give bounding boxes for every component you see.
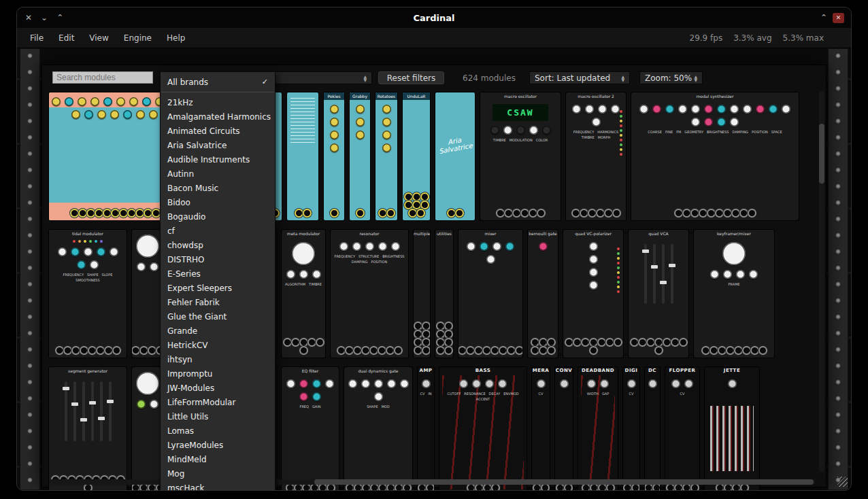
knob[interactable] [728, 379, 737, 388]
jack-port[interactable] [476, 485, 482, 491]
slider[interactable] [91, 381, 94, 441]
jack-port[interactable] [415, 323, 421, 329]
knob[interactable] [129, 97, 138, 106]
knob[interactable] [730, 118, 739, 126]
jack-port[interactable] [423, 339, 429, 345]
knob[interactable] [90, 260, 99, 269]
jack-port[interactable] [418, 210, 424, 216]
jack-port[interactable] [607, 485, 614, 491]
knob[interactable] [585, 105, 594, 114]
jack-port[interactable] [137, 210, 143, 216]
knob[interactable] [84, 247, 93, 256]
jack-port[interactable] [648, 339, 654, 345]
knob[interactable] [116, 97, 125, 106]
jack-port[interactable] [331, 210, 337, 216]
jack-port[interactable] [388, 485, 394, 491]
jack-port[interactable] [749, 210, 755, 216]
big-knob[interactable] [136, 372, 159, 395]
jack-port[interactable] [415, 331, 421, 337]
slider-thumb[interactable] [63, 387, 69, 390]
jack-port[interactable] [371, 485, 378, 491]
jack-port[interactable] [320, 485, 326, 491]
brand-menu-item[interactable]: Little Utils [161, 409, 275, 424]
knob[interactable] [485, 379, 494, 388]
knob[interactable] [782, 105, 790, 114]
window-resize-grip[interactable] [837, 477, 848, 487]
knob[interactable] [374, 379, 383, 388]
brand-menu-item[interactable]: Grande [161, 324, 275, 338]
knob[interactable] [365, 242, 374, 251]
jack-port[interactable] [631, 339, 637, 345]
jack-port[interactable] [692, 210, 698, 216]
jack-port[interactable] [80, 210, 86, 216]
jack-port[interactable] [303, 485, 310, 491]
jack-port[interactable] [141, 347, 147, 354]
knob[interactable] [299, 270, 308, 279]
jack-port[interactable] [415, 347, 421, 354]
brand-menu-item[interactable]: mscHack [161, 481, 275, 491]
menubar-item-help[interactable]: Help [159, 28, 193, 48]
knob[interactable] [611, 105, 620, 114]
knob[interactable] [400, 379, 409, 388]
brand-menu-item[interactable]: Animated Circuits [161, 124, 275, 138]
jack-port[interactable] [355, 485, 361, 491]
jack-port[interactable] [500, 347, 506, 354]
jack-port[interactable] [410, 210, 416, 216]
jack-port[interactable] [312, 485, 318, 491]
knob[interactable] [286, 379, 295, 388]
knob[interactable] [312, 270, 321, 279]
rollup-icon[interactable]: ⌃ [820, 13, 827, 22]
knob[interactable] [704, 105, 713, 114]
knob[interactable] [600, 379, 609, 388]
slider[interactable] [73, 381, 76, 441]
jack-port[interactable] [437, 323, 444, 329]
jack-port[interactable] [505, 210, 512, 216]
jack-port[interactable] [672, 339, 678, 345]
brand-menu-item[interactable]: Expert Sleepers [161, 281, 275, 295]
jack-port[interactable] [565, 485, 571, 491]
knob[interactable] [330, 105, 339, 114]
jack-port[interactable] [437, 331, 444, 337]
knob[interactable] [592, 118, 601, 126]
jack-port[interactable] [540, 339, 546, 345]
module-tile-keyframer-mixer[interactable]: keyframer/mixerFRAME [694, 230, 774, 358]
module-tile-mixer[interactable]: mixer [458, 230, 522, 358]
knob[interactable] [150, 400, 158, 409]
jack-port[interactable] [405, 194, 412, 200]
slider-thumb[interactable] [89, 401, 96, 405]
jack-port[interactable] [56, 347, 63, 354]
brand-menu-item[interactable]: Impromptu [161, 366, 275, 381]
jack-port[interactable] [141, 485, 147, 491]
knob[interactable] [589, 281, 598, 290]
brand-menu-item[interactable]: Mog [161, 466, 275, 481]
slider-thumb[interactable] [669, 264, 675, 267]
knob[interactable] [490, 126, 499, 135]
jack-port[interactable] [357, 210, 363, 216]
slider-thumb[interactable] [107, 400, 114, 403]
knob[interactable] [723, 270, 732, 279]
jack-port[interactable] [492, 347, 498, 354]
knob[interactable] [665, 105, 674, 114]
jack-port[interactable] [129, 210, 135, 216]
knob[interactable] [71, 110, 80, 119]
jack-port[interactable] [317, 339, 323, 345]
jack-port[interactable] [624, 485, 631, 491]
jack-port[interactable] [446, 331, 452, 337]
module-tile-eq-filter[interactable]: EQ filterFREQGAIN [282, 367, 339, 491]
knob[interactable] [717, 118, 726, 126]
module-tile-rotatoes[interactable]: Rotatoes [375, 92, 397, 220]
jack-port[interactable] [89, 347, 95, 354]
jack-port[interactable] [96, 210, 102, 216]
jack-port[interactable] [371, 347, 377, 354]
knob[interactable] [671, 379, 680, 388]
slider[interactable] [109, 381, 112, 441]
jack-port[interactable] [614, 210, 620, 216]
knob[interactable] [312, 392, 321, 401]
jack-port[interactable] [105, 347, 112, 354]
jack-port[interactable] [573, 210, 579, 216]
jack-port[interactable] [590, 347, 597, 354]
knob[interactable] [589, 255, 598, 264]
brand-menu-item[interactable]: Bogaudio [161, 209, 275, 224]
jack-port[interactable] [735, 347, 741, 354]
jack-port[interactable] [522, 210, 528, 216]
